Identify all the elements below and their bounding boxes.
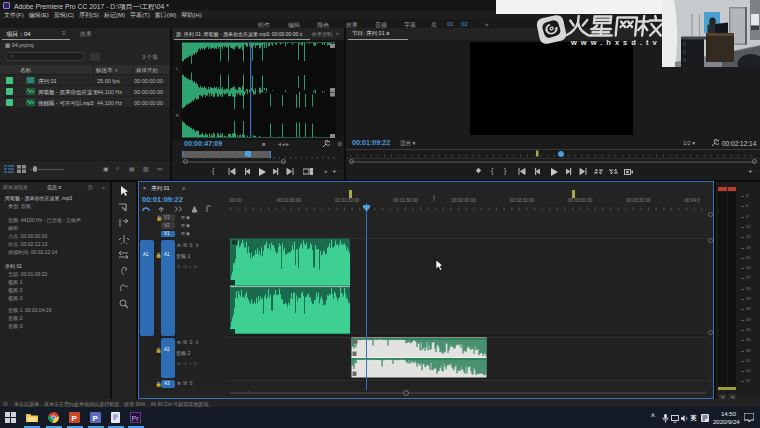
svg-text:00:04:0: 00:04:0 <box>685 198 701 203</box>
svg-text::00:00: :00:00 <box>229 198 242 203</box>
svg-text:P: P <box>72 414 78 423</box>
svg-text:00:01:00:00: 00:01:00:00 <box>335 198 360 203</box>
svg-text:00:02:30:00: 00:02:30:00 <box>510 198 535 203</box>
svg-text:Pr: Pr <box>132 415 140 422</box>
svg-text:00:03:00:00: 00:03:00:00 <box>568 198 593 203</box>
svg-text:00:00:30:00: 00:00:30:00 <box>277 198 302 203</box>
svg-text:www.hxsd.tv: www.hxsd.tv <box>570 38 661 47</box>
svg-text:00:02:00:00: 00:02:00:00 <box>452 198 477 203</box>
svg-text:R: R <box>176 113 179 118</box>
svg-text:00:01:30:00: 00:01:30:00 <box>393 198 418 203</box>
svg-text:00:03:30:00: 00:03:30:00 <box>626 198 651 203</box>
svg-text:P: P <box>93 414 99 423</box>
